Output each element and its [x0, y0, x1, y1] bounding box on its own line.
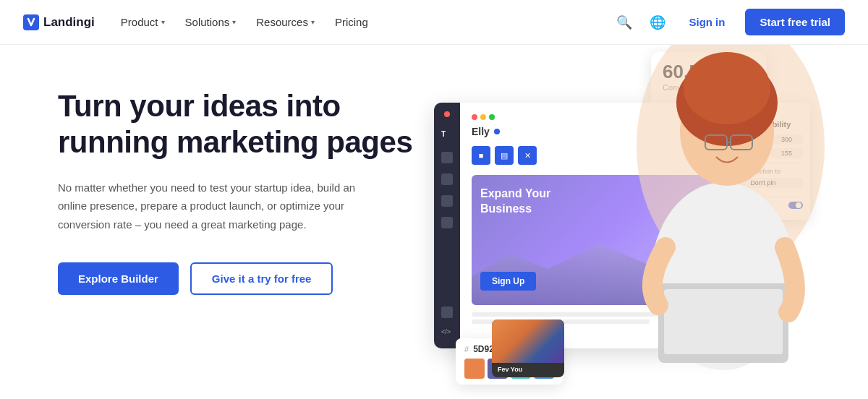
page-name-bar: Elly: [472, 126, 726, 137]
signin-button[interactable]: Sign in: [680, 10, 733, 34]
editor-main: Elly ■ ▤ ✕ Expand Your Business Sign Up: [460, 103, 738, 348]
tool-btn-3[interactable]: ✕: [518, 146, 537, 165]
divider2: [723, 197, 803, 197]
panel-section-label: Section: [723, 110, 803, 117]
logo-text: Landingi: [43, 15, 95, 30]
tool-btn-2[interactable]: ▤: [495, 146, 514, 165]
editor-sidebar: T </>: [434, 103, 460, 348]
hero-buttons: Explore Builder Give it a try for free: [58, 262, 434, 295]
language-button[interactable]: 🌐: [647, 12, 668, 33]
nav-item-product[interactable]: Product ▾: [112, 10, 174, 34]
panel-bg-toggle[interactable]: [788, 202, 803, 209]
logo-link[interactable]: Landingi: [23, 14, 95, 30]
sidebar-tool-grid[interactable]: [441, 173, 453, 185]
start-trial-button[interactable]: Start free trial: [745, 9, 845, 35]
panel-h-row: H 155: [723, 148, 803, 158]
page-active-dot: [494, 129, 500, 134]
panel-bg-label: Background: [723, 202, 758, 209]
minimize-dot: [480, 114, 486, 120]
swatch-orange[interactable]: [464, 359, 485, 379]
navbar: Landingi Product ▾ Solutions ▾ Resources…: [0, 0, 868, 45]
try-free-button[interactable]: Give it a try for free: [190, 262, 333, 295]
tool-btn-1[interactable]: ■: [472, 146, 490, 165]
hero-left: Turn your ideas into running marketing p…: [58, 45, 434, 295]
panel-w-row: W 300: [723, 134, 803, 145]
hero-subtext: No matter whether you need to test your …: [58, 179, 362, 234]
featured-image: [492, 319, 564, 363]
sidebar-tool-settings[interactable]: [441, 306, 453, 318]
hero-heading: Turn your ideas into running marketing p…: [58, 88, 434, 161]
canvas-mountain-bg: [472, 233, 726, 305]
content-line: [472, 312, 701, 317]
divider: [723, 163, 803, 163]
panel-viewport-label: Viewport visibility: [723, 120, 803, 129]
sidebar-tool-widget[interactable]: [441, 217, 453, 228]
explore-builder-button[interactable]: Explore Builder: [58, 262, 179, 295]
chevron-down-icon: ▾: [161, 18, 165, 26]
hero-right: 60.54% Conv. Rate T: [434, 45, 810, 399]
sidebar-tool-code[interactable]: </>: [441, 328, 453, 340]
conv-rate-label: Conv. Rate: [663, 83, 755, 92]
hero-section: Turn your ideas into running marketing p…: [0, 45, 868, 399]
hash-symbol: #: [464, 345, 469, 353]
canvas-heading: Expand Your Business: [480, 186, 550, 217]
chevron-down-icon: ▾: [311, 18, 315, 26]
maximize-dot: [489, 114, 495, 120]
panel-h-value[interactable]: 155: [770, 148, 803, 158]
editor-toolbar: ■ ▤ ✕: [472, 146, 726, 165]
nav-links: Product ▾ Solutions ▾ Resources ▾ Pricin…: [112, 10, 614, 34]
panel-w-value[interactable]: 300: [770, 134, 803, 145]
canvas-area: Expand Your Business Sign Up: [472, 175, 726, 305]
featured-text: Fev You: [492, 363, 564, 376]
panel-pin-label: Pin to the section to: [723, 168, 803, 175]
sidebar-tool-layout[interactable]: [441, 195, 453, 207]
nav-right: 🔍 🌐 Sign in Start free trial: [613, 9, 845, 35]
conv-rate-value: 60.54%: [663, 61, 755, 83]
canvas-signup-btn[interactable]: Sign Up: [480, 272, 536, 291]
close-dot: [472, 114, 477, 120]
search-button[interactable]: 🔍: [613, 12, 635, 33]
nav-item-solutions[interactable]: Solutions ▾: [176, 10, 245, 34]
properties-panel: Section Viewport visibility W 300 H 155 …: [716, 103, 810, 220]
nav-item-pricing[interactable]: Pricing: [326, 10, 377, 34]
sidebar-tool-image[interactable]: [441, 152, 453, 163]
window-controls: [472, 114, 726, 126]
sidebar-icon: [444, 111, 450, 117]
nav-item-resources[interactable]: Resources ▾: [247, 10, 323, 34]
panel-background-row: Background: [723, 202, 803, 209]
featured-widget: Fev You: [492, 319, 564, 377]
logo-icon: [23, 14, 39, 30]
panel-pin-input[interactable]: Don't pin: [723, 178, 803, 188]
editor-window: T </> Elly ■: [434, 103, 738, 348]
sidebar-tool-text[interactable]: T: [441, 130, 453, 142]
chevron-down-icon: ▾: [232, 18, 236, 26]
